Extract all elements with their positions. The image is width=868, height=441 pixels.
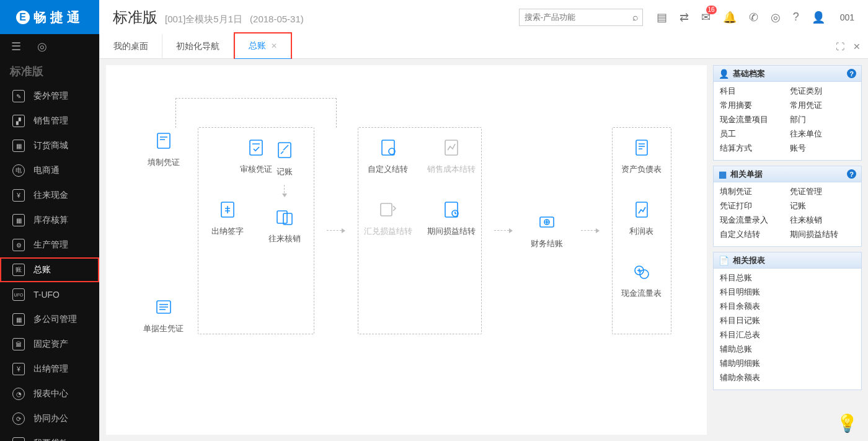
- panel-link[interactable]: 结算方式: [720, 143, 785, 154]
- sidebar-item-cashier[interactable]: ¥出纳管理: [0, 357, 99, 381]
- flow-ap-verify[interactable]: 往来核销: [263, 207, 306, 244]
- panel-link[interactable]: 往来核销: [790, 215, 855, 226]
- fullscreen-icon[interactable]: ⛶: [836, 42, 844, 51]
- tab-ledger[interactable]: 总账 ✕: [234, 32, 292, 60]
- flow-create-voucher[interactable]: 填制凭证: [142, 131, 185, 168]
- brand-icon: E: [16, 11, 30, 24]
- tab-init-nav[interactable]: 初始化导航: [162, 34, 234, 59]
- panel-link[interactable]: 部门: [790, 114, 855, 125]
- sidebar-item-collab[interactable]: ⟳协同办公: [0, 406, 99, 431]
- sidebar-item-label: 销售管理: [33, 115, 68, 127]
- panel-link[interactable]: 现金流量录入: [720, 215, 785, 226]
- flow-fx-carryover[interactable]: 汇兑损益结转: [366, 200, 410, 237]
- doc-icon: ✎: [12, 90, 25, 102]
- flow-group-carryover: 自定义结转 销售成本结转 汇兑损益结转: [358, 127, 482, 334]
- flow-group-reports: 资产负债表 利润表 现金流量表: [612, 127, 671, 334]
- panel-link[interactable]: 科目日记账: [720, 315, 855, 326]
- flow-custom-carryover[interactable]: 自定义结转: [366, 138, 410, 175]
- sidebar-item-multi-company[interactable]: ▦多公司管理: [0, 307, 99, 332]
- panel-related-bills: ▦相关单据? 填制凭证 凭证打印 现金流量录入 自定义结转 凭证管理 记账 往来…: [713, 166, 862, 247]
- arrow-right-icon: [581, 230, 600, 231]
- lightbulb-icon[interactable]: 💡: [836, 413, 858, 434]
- close-icon[interactable]: ✕: [271, 42, 277, 50]
- panel-link[interactable]: 现金流量项目: [720, 114, 785, 125]
- sidebar-item-label: 我要贷款: [33, 438, 68, 441]
- panel-link[interactable]: 科目总账: [720, 272, 855, 283]
- search-icon[interactable]: ⌕: [632, 12, 639, 23]
- panel-link[interactable]: 科目汇总表: [720, 329, 855, 341]
- tab-desktop[interactable]: 我的桌面: [100, 34, 162, 59]
- panel-link[interactable]: 常用凭证: [790, 100, 855, 111]
- flow-period-carryover[interactable]: 期间损益结转: [430, 200, 473, 237]
- user-icon[interactable]: 👤: [812, 11, 825, 24]
- sidebar-item-production[interactable]: ⚙生产管理: [0, 233, 99, 257]
- ledger-icon: 账: [12, 264, 25, 276]
- panel-link[interactable]: 科目余额表: [720, 301, 855, 312]
- help-icon[interactable]: ?: [847, 169, 856, 179]
- panel-link[interactable]: 期间损益结转: [790, 229, 855, 240]
- sidebar-item-assets[interactable]: 🏛固定资产: [0, 332, 99, 357]
- panel-link[interactable]: 记账: [790, 200, 855, 212]
- help-icon[interactable]: ?: [793, 11, 799, 24]
- settings-toggle-icon[interactable]: ⇄: [680, 11, 689, 24]
- panel-title: 相关报表: [733, 255, 765, 266]
- save-icon[interactable]: ▤: [657, 11, 667, 24]
- sidebar-item-inventory[interactable]: ▦库存核算: [0, 208, 99, 233]
- panel-link[interactable]: 常用摘要: [720, 100, 785, 111]
- flow-balance-sheet[interactable]: 资产负债表: [620, 138, 663, 175]
- sidebar-item-report-center[interactable]: ◔报表中心: [0, 381, 99, 406]
- sidebar-item-mall[interactable]: ▦订货商城: [0, 133, 99, 158]
- panel-link[interactable]: 凭证打印: [720, 200, 785, 212]
- sidebar-item-loan[interactable]: $我要贷款: [0, 431, 99, 441]
- sidebar-item-ledger[interactable]: 账总账: [0, 257, 99, 282]
- panel-title: 相关单据: [730, 169, 763, 180]
- flow-label: 利润表: [629, 226, 653, 237]
- flow-label: 单据生凭证: [143, 323, 184, 334]
- location-icon[interactable]: ◎: [771, 11, 781, 24]
- panel-link[interactable]: 辅助明细账: [720, 358, 855, 369]
- svg-rect-4: [278, 143, 291, 158]
- assets-icon: 🏛: [12, 338, 25, 350]
- panel-link[interactable]: 凭证管理: [790, 186, 855, 197]
- panel-title: 基础档案: [733, 68, 765, 79]
- flow-doc-voucher[interactable]: 单据生凭证: [142, 297, 185, 334]
- search-box[interactable]: ⌕: [519, 9, 643, 26]
- panel-link[interactable]: 辅助总账: [720, 344, 855, 355]
- flow-sales-cost-carryover[interactable]: 销售成本结转: [430, 138, 473, 175]
- panel-link[interactable]: 科目: [720, 86, 785, 97]
- message-icon[interactable]: ✉16: [701, 11, 711, 24]
- panel-link[interactable]: 往来单位: [790, 128, 855, 140]
- sidebar-item-ecommerce[interactable]: 电电商通: [0, 158, 99, 183]
- help-icon[interactable]: ?: [847, 69, 856, 78]
- doc-icon: 📄: [719, 256, 729, 265]
- panel-basic-files: 👤基础档案? 科目 常用摘要 现金流量项目 员工 结算方式 凭证类别 常用凭证: [713, 65, 862, 161]
- flow-cashier-sign[interactable]: 出纳签字: [206, 200, 249, 244]
- flow-cashflow-report[interactable]: 现金流量表: [620, 262, 663, 299]
- inventory-icon: ▦: [12, 214, 25, 226]
- flow-financial-close[interactable]: 财务结账: [525, 212, 569, 249]
- collab-icon: ⟳: [12, 412, 25, 425]
- panel-link[interactable]: 账号: [790, 143, 855, 154]
- report-icon: ◔: [12, 388, 25, 400]
- panel-link[interactable]: 员工: [720, 128, 785, 140]
- production-icon: ⚙: [12, 239, 25, 251]
- panel-link[interactable]: 科目明细账: [720, 287, 855, 298]
- panel-link[interactable]: 填制凭证: [720, 186, 785, 197]
- sidebar-item-tufo[interactable]: UFOT-UFO: [0, 282, 99, 307]
- panel-link[interactable]: 自定义结转: [720, 229, 785, 240]
- bell-icon[interactable]: 🔔: [723, 11, 737, 24]
- close-all-icon[interactable]: ✕: [853, 42, 861, 51]
- menu-toggle-icon[interactable]: ☰: [11, 40, 21, 53]
- target-icon[interactable]: ◎: [37, 40, 47, 53]
- panel-link[interactable]: 凭证类别: [790, 86, 855, 97]
- search-input[interactable]: [523, 12, 632, 22]
- panel-link[interactable]: 辅助余额表: [720, 372, 855, 383]
- flow-label: 出纳签字: [211, 226, 244, 237]
- flow-profit-report[interactable]: 利润表: [620, 200, 663, 237]
- phone-icon[interactable]: ✆: [749, 11, 758, 24]
- table-icon: ▦: [719, 169, 727, 179]
- sidebar-item-cash[interactable]: ¥往来现金: [0, 183, 99, 208]
- flow-booking[interactable]: 记账: [263, 140, 306, 177]
- sidebar-item-outsourcing[interactable]: ✎委外管理: [0, 84, 99, 109]
- sidebar-item-sales[interactable]: ▞销售管理: [0, 109, 99, 133]
